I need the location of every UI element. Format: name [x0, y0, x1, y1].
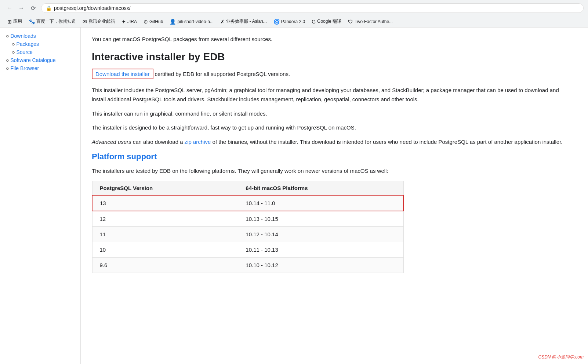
sidebar-item: ○Downloads	[6, 32, 75, 40]
bookmark-icon: 🐾	[29, 19, 35, 25]
version-cell: 12	[92, 211, 238, 227]
table-row: 9.6 10.10 - 10.12	[92, 257, 403, 273]
table-row: 10 10.11 - 10.13	[92, 242, 403, 257]
version-cell: 13	[92, 195, 238, 211]
bookmark-item[interactable]: GGoogle 翻译	[309, 18, 344, 25]
address-text: postgresql.org/download/macosx/	[54, 5, 579, 11]
table-head: PostgreSQL Version 64-bit macOS Platform…	[92, 181, 403, 195]
bookmark-icon: ✦	[121, 19, 126, 25]
bookmark-icon: G	[312, 19, 316, 25]
intro-text: You can get macOS PostgreSQL packages fr…	[92, 35, 573, 44]
page-container: ○Downloads○Packages○Source○Software Cata…	[0, 28, 588, 364]
watermark: CSDN @小曾同学.com	[537, 353, 585, 361]
bookmark-label: GitHub	[149, 19, 163, 24]
para2: This installer can run in graphical, com…	[92, 109, 573, 119]
bookmark-icon: ✉	[83, 19, 87, 25]
table-row: 13 10.14 - 11.0	[92, 195, 403, 211]
version-cell: 11	[92, 226, 238, 242]
bookmark-item[interactable]: 🐾百度一下，你就知道	[26, 18, 79, 25]
table-row: 11 10.12 - 10.14	[92, 226, 403, 242]
main-content: You can get macOS PostgreSQL packages fr…	[81, 28, 588, 364]
bookmark-label: Google 翻译	[317, 18, 341, 25]
platform-cell: 10.14 - 11.0	[238, 195, 403, 211]
bookmark-icon: ✗	[220, 19, 225, 25]
bookmark-item[interactable]: 🛡Two-Factor Authe...	[345, 18, 396, 25]
bookmark-label: Two-Factor Authe...	[355, 19, 393, 24]
sidebar-item: ○Packages	[6, 40, 75, 48]
support-table: PostgreSQL Version 64-bit macOS Platform…	[92, 181, 404, 273]
bookmark-item[interactable]: ⊙GitHub	[141, 18, 166, 25]
sidebar-item: ○Source	[6, 48, 75, 56]
bookmark-icon: ⊞	[7, 19, 12, 25]
bookmarks-bar: ⊞应用🐾百度一下，你就知道✉腾讯企业邮箱✦JIRA⊙GitHub👤pili-sh…	[0, 16, 588, 27]
platform-cell: 10.12 - 10.14	[238, 226, 403, 242]
section-heading: Interactive installer by EDB	[92, 51, 573, 63]
bookmark-label: 腾讯企业邮箱	[88, 18, 115, 25]
bullet: ○	[6, 65, 9, 71]
bookmark-item[interactable]: 🌀Pandora 2.0	[271, 18, 308, 25]
bookmark-label: 应用	[13, 18, 22, 25]
bookmark-label: JIRA	[127, 19, 137, 24]
zip-archive-link[interactable]: zip archive	[185, 139, 211, 145]
forward-button[interactable]: →	[16, 3, 26, 13]
para4-suffix: of the binaries, without the installer. …	[211, 139, 562, 145]
table-row: 12 10.13 - 10.15	[92, 211, 403, 227]
sidebar: ○Downloads○Packages○Source○Software Cata…	[0, 28, 81, 364]
bullet: ○	[6, 57, 9, 63]
bookmark-item[interactable]: ✦JIRA	[119, 18, 140, 25]
bullet: ○	[12, 41, 15, 47]
bookmark-label: 业务效率部 - Aslan...	[226, 18, 267, 25]
platform-cell: 10.11 - 10.13	[238, 242, 403, 257]
para4-middle: can also download a	[131, 139, 185, 145]
sidebar-link[interactable]: Packages	[16, 41, 39, 47]
browser-chrome: ← → ⟳ 🔒 postgresql.org/download/macosx/ …	[0, 0, 588, 28]
version-cell: 10	[92, 242, 238, 257]
bookmark-item[interactable]: 👤pili-short-video-a...	[167, 18, 217, 25]
sidebar-link[interactable]: File Browser	[10, 65, 39, 71]
back-button[interactable]: ←	[4, 3, 15, 13]
nav-buttons: ← → ⟳	[4, 3, 38, 13]
sidebar-link[interactable]: Downloads	[10, 33, 36, 39]
para4: Advanced users can also download a zip a…	[92, 138, 573, 147]
bookmark-label: 百度一下，你就知道	[36, 18, 76, 25]
download-installer-link[interactable]: Download the installer	[95, 71, 150, 77]
para1: This installer includes the PostgreSQL s…	[92, 86, 573, 104]
bookmark-icon: 🛡	[348, 19, 353, 25]
bookmark-label: Pandora 2.0	[281, 19, 305, 24]
bookmark-item[interactable]: ⊞应用	[4, 18, 25, 25]
table-body: 13 10.14 - 11.0 12 10.13 - 10.15 11 10.1…	[92, 195, 403, 273]
para3: The installer is designed to be a straig…	[92, 123, 573, 132]
version-cell: 9.6	[92, 257, 238, 273]
download-link-box: Download the installer	[92, 69, 153, 79]
bullet: ○	[12, 49, 15, 55]
browser-toolbar: ← → ⟳ 🔒 postgresql.org/download/macosx/	[0, 0, 588, 16]
platform-cell: 10.10 - 10.12	[238, 257, 403, 273]
platform-cell: 10.13 - 10.15	[238, 211, 403, 227]
sidebar-link[interactable]: Source	[16, 49, 32, 55]
download-suffix: certified by EDB for all supported Postg…	[155, 71, 290, 77]
bullet: ○	[6, 33, 9, 39]
bookmark-icon: 🌀	[273, 19, 280, 25]
address-bar[interactable]: 🔒 postgresql.org/download/macosx/	[41, 3, 584, 13]
lock-icon: 🔒	[46, 6, 52, 11]
col-version-header: PostgreSQL Version	[92, 181, 238, 195]
bookmark-item[interactable]: ✉腾讯企业邮箱	[80, 18, 118, 25]
bookmark-label: pili-short-video-a...	[177, 19, 214, 24]
bookmark-icon: ⊙	[144, 19, 148, 25]
col-platform-header: 64-bit macOS Platforms	[238, 181, 403, 195]
sidebar-item: ○Software Catalogue	[6, 56, 75, 64]
sidebar-link[interactable]: Software Catalogue	[10, 57, 55, 63]
para4-prefix: Advanced users	[92, 139, 131, 145]
platform-intro: The installers are tested by EDB on the …	[92, 167, 573, 176]
bookmark-item[interactable]: ✗业务效率部 - Aslan...	[217, 18, 270, 25]
platform-heading: Platform support	[92, 152, 573, 161]
reload-button[interactable]: ⟳	[28, 3, 38, 13]
download-line: Download the installer certified by EDB …	[92, 69, 573, 81]
table-header-row: PostgreSQL Version 64-bit macOS Platform…	[92, 181, 403, 195]
bookmark-icon: 👤	[170, 19, 176, 25]
sidebar-item: ○File Browser	[6, 64, 75, 72]
